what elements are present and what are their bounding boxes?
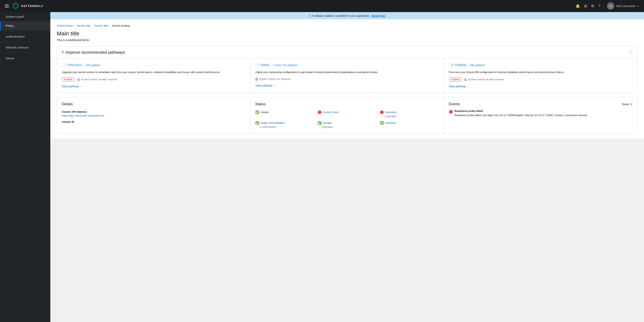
pathways-toggle-button[interactable]: ▾ xyxy=(62,50,64,54)
hamburger-button[interactable] xyxy=(5,5,9,8)
cluster-id-label: Cluster ID xyxy=(62,120,245,123)
sidebar-label-authentication: Authentication xyxy=(6,35,25,38)
status-image-vuln-sublabel: 0 vulnerabilities xyxy=(260,126,314,128)
stability-tag-icon: 🛡 xyxy=(258,64,260,66)
events-title: Events xyxy=(449,102,460,106)
events-col: Events Status ▼ 🔴 Readiness probe failed… xyxy=(444,97,637,133)
breadcrumb-section-title-2[interactable]: Section title xyxy=(94,24,108,27)
sidebar-item-policy[interactable]: Policy xyxy=(0,21,50,30)
status-hardware-ok-icon: ✅ xyxy=(380,121,384,125)
status-operators-link[interactable]: Operators xyxy=(385,111,397,114)
gear-icon[interactable]: ⚙ xyxy=(591,4,594,8)
status-grid: ✅ Cluster 🔴 Control Panel 🔴 Op xyxy=(255,110,439,128)
stability-tag: 🛡 Stability xyxy=(255,63,271,67)
info-icon: ℹ xyxy=(309,14,310,17)
pathways-grid: ⚡ Performance 378 systems Upgrade your k… xyxy=(57,58,637,93)
status-storage-ok-icon: ✅ xyxy=(318,121,322,125)
sidebar-divider-3 xyxy=(0,53,50,53)
sidebar-item-system-panel[interactable]: System panel xyxy=(0,12,50,21)
events-status-caret-icon: ▼ xyxy=(630,103,632,105)
pathways-kebab-button[interactable]: ⋮ xyxy=(628,50,632,55)
details-col: Details Cluster API Address https://api1… xyxy=(57,97,250,133)
status-control-panel-link[interactable]: Control Panel xyxy=(323,111,339,114)
reboot-required-icon: ⏻ xyxy=(255,78,258,81)
pathway-tags-availability: 🔗 Availability 166 systems xyxy=(449,63,632,67)
event-err-icon: 🔴 xyxy=(449,110,453,117)
event-title: Readiness probe failed xyxy=(454,110,587,112)
status-hardware-header: ✅ Hardware xyxy=(380,121,439,125)
brand: PATTERNFLY xyxy=(12,2,44,10)
performance-tag-icon: ⚡ xyxy=(64,64,67,66)
info-banner: ℹ A software update is available for you… xyxy=(50,12,644,19)
status-operators: 🔴 Operators 1 degraged xyxy=(380,110,439,118)
status-image-vuln-link[interactable]: Image Vulnerabilities xyxy=(260,121,284,124)
stability-view-pathway[interactable]: View pathway → xyxy=(255,84,276,87)
page-title: Main title xyxy=(57,30,638,37)
svg-marker-1 xyxy=(14,4,17,8)
avatar: N xyxy=(607,2,614,10)
stability-tag-more: 1 more xyxy=(273,64,281,66)
page-subtitle: This is a dashboard demo. xyxy=(57,38,638,42)
cluster-id-group: Cluster ID xyxy=(62,120,245,123)
status-storage: ✅ Storage Degraded xyxy=(318,121,376,128)
status-operators-sublabel: 1 degraged xyxy=(384,115,439,118)
stability-meta: ⏻ System reboot is required xyxy=(255,78,439,81)
pathways-card-header: ▾ Improve recommended pathways ⋮ xyxy=(57,47,637,58)
sidebar-divider-2 xyxy=(0,42,50,42)
status-cluster-header: ✅ Cluster xyxy=(255,110,314,114)
status-control-panel-header: 🔴 Control Panel xyxy=(318,110,376,114)
pathway-tags-stability: 🛡 Stability 1 more 211 systems xyxy=(255,63,439,67)
pathway-col-availability: 🔗 Availability 166 systems Fine tune you… xyxy=(444,58,637,93)
status-col: Status ✅ Cluster 🔴 Control Panel xyxy=(250,97,444,133)
sidebar-item-network-services[interactable]: Network services xyxy=(0,43,50,52)
breadcrumb-section-title-1[interactable]: Section title xyxy=(77,24,90,27)
sidebar-divider-1 xyxy=(0,31,50,31)
availability-meta: Incident ⏻ System reboot is not required xyxy=(449,78,632,82)
brand-name: PATTERNFLY xyxy=(21,4,44,8)
breadcrumb-sep-1: › xyxy=(74,24,75,27)
status-image-vuln-ok-icon: ✅ xyxy=(255,121,259,125)
status-image-vuln-header: ✅ Image Vulnerabilities xyxy=(255,121,314,125)
sidebar-item-server[interactable]: Server xyxy=(0,54,50,63)
sidebar-item-authentication[interactable]: Authentication xyxy=(0,32,50,41)
availability-view-pathway[interactable]: View pathway → xyxy=(449,85,470,88)
availability-count: 166 systems xyxy=(470,64,484,66)
bottom-grid: Details Cluster API Address https://api1… xyxy=(57,97,638,134)
pathway-tags-performance: ⚡ Performance 378 systems xyxy=(62,63,245,67)
performance-tag-label: Performance xyxy=(68,64,82,66)
status-cluster-label: Cluster xyxy=(260,111,269,114)
nav-divider xyxy=(604,3,604,9)
user-caret-icon: ▼ xyxy=(637,5,639,7)
pathway-col-stability: 🛡 Stability 1 more 211 systems Adjust yo… xyxy=(250,58,444,93)
status-hardware-link[interactable]: Hardware xyxy=(385,121,396,124)
cluster-api-value[interactable]: https://api1.devcluster.openshift.com xyxy=(62,114,245,117)
patternfly-logo xyxy=(12,2,19,10)
breadcrumb-section-home[interactable]: Section home xyxy=(57,24,73,27)
banner-text: A software update is available for your … xyxy=(312,14,370,17)
grid-icon[interactable]: ⊞ xyxy=(584,4,587,8)
performance-view-pathway[interactable]: View pathway → xyxy=(62,85,83,88)
breadcrumb: Section home › Section title › Section t… xyxy=(57,24,638,27)
availability-tag: 🔗 Availability xyxy=(449,63,468,67)
status-storage-sublabel: Degraded xyxy=(322,126,376,128)
status-storage-header: ✅ Storage xyxy=(318,121,376,125)
main-wrapper: ℹ A software update is available for you… xyxy=(50,12,644,322)
events-status-dropdown[interactable]: Status ▼ xyxy=(622,103,632,106)
breadcrumb-sep-2: › xyxy=(92,24,93,27)
breadcrumb-current: Section landing xyxy=(112,24,130,27)
cluster-api-link[interactable]: https://api1.devcluster.openshift.com xyxy=(62,114,104,117)
help-icon[interactable]: ? xyxy=(598,4,600,8)
pathways-title-text: Improve recommended pathways xyxy=(66,50,125,55)
events-header: Events Status ▼ xyxy=(449,102,632,106)
stability-desc: Adjust your networking configuration to … xyxy=(255,70,439,74)
availability-reboot-info: ⏻ System reboot is not required xyxy=(464,78,504,81)
details-title: Details xyxy=(62,102,245,106)
cluster-api-label: Cluster API Address xyxy=(62,110,245,113)
install-now-link[interactable]: Install now xyxy=(372,14,385,17)
user-menu[interactable]: N Ned Username ▼ xyxy=(607,2,639,10)
sidebar-label-network-services: Network services xyxy=(6,46,28,49)
performance-tag: ⚡ Performance xyxy=(62,63,84,67)
bell-icon[interactable]: 🔔 xyxy=(576,4,580,8)
status-storage-link[interactable]: Storage xyxy=(323,121,332,124)
event-desc: Readiness probe failed: Get https://10.1… xyxy=(454,113,587,117)
